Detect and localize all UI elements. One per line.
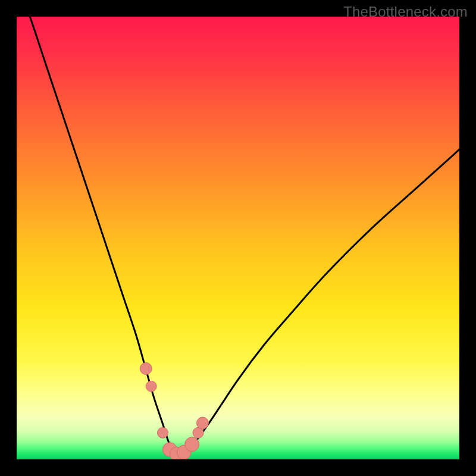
highlight-marker xyxy=(158,427,168,438)
highlight-marker xyxy=(140,362,152,374)
highlight-marker xyxy=(196,417,208,429)
highlight-marker xyxy=(185,437,199,452)
chart-frame: TheBottleneck.com xyxy=(0,0,476,476)
plot-area xyxy=(17,17,459,459)
chart-svg xyxy=(17,17,459,459)
watermark-text: TheBottleneck.com xyxy=(343,4,468,20)
highlight-marker xyxy=(146,381,156,392)
gradient-background xyxy=(17,17,459,459)
